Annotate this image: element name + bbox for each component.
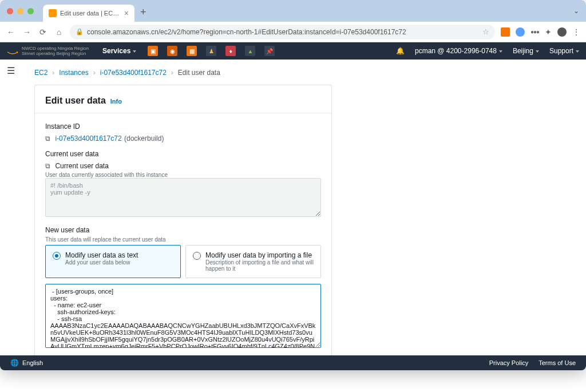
aws-nav: NWCD operating Ningxia Region Sinnet ope… (0, 42, 586, 60)
home-button[interactable]: ⌂ (54, 27, 64, 37)
extension-puzzle-icon[interactable]: ✦ (545, 27, 552, 37)
new-tab-button[interactable]: + (140, 6, 146, 18)
tab-title: Edit user data | EC2 Management (60, 10, 121, 17)
notifications-icon[interactable]: 🔔 (396, 47, 405, 55)
new-helper-text: This user data will replace the current … (45, 236, 321, 243)
breadcrumb-instance-id[interactable]: i-07e53d400f1617c72 (100, 69, 167, 77)
new-user-data-textarea[interactable] (45, 284, 321, 348)
chevron-right-icon: › (171, 69, 173, 77)
current-user-data-label: Current user data (45, 150, 321, 158)
account-menu[interactable]: pcman @ 4200-2996-0748 (415, 47, 502, 55)
pin-icon[interactable]: 📌 (264, 46, 275, 56)
service-shortcut-icon[interactable]: ♦ (225, 46, 236, 56)
chevron-right-icon: › (93, 69, 96, 77)
breadcrumb-ec2[interactable]: EC2 (34, 69, 47, 77)
browser-menu-icon[interactable]: ⋮ (572, 27, 580, 37)
service-shortcut-icon[interactable]: ▦ (187, 46, 197, 56)
back-button[interactable]: ← (6, 27, 16, 37)
radio-import-file[interactable]: Modify user data by importing a file Des… (185, 245, 321, 278)
radio-icon (193, 252, 201, 260)
window-titlebar: Edit user data | EC2 Management × + ⌄ (0, 0, 586, 22)
radio-icon (53, 252, 61, 260)
copy-icon[interactable]: ⧉ (45, 162, 50, 170)
region-text: NWCD operating Ningxia Region (22, 46, 89, 51)
radio-file-sub: Description of importing a file and what… (205, 259, 314, 272)
region-text: Sinnet operating Beijing Region (22, 51, 89, 56)
info-link[interactable]: Info (110, 98, 122, 105)
page-title: Edit user data (45, 96, 106, 106)
browser-tab[interactable]: Edit user data | EC2 Management × (43, 5, 134, 22)
breadcrumb-current: Edit user data (178, 69, 220, 77)
service-shortcut-icon[interactable]: ▲ (245, 46, 255, 56)
extension-icon[interactable] (501, 27, 510, 37)
forward-button[interactable]: → (22, 27, 32, 37)
url-bar[interactable]: 🔒 console.amazonaws.cn/ec2/v2/home?regio… (70, 25, 495, 39)
privacy-link[interactable]: Privacy Policy (489, 359, 528, 366)
bookmark-star-icon[interactable]: ☆ (482, 27, 489, 36)
url-text: console.amazonaws.cn/ec2/v2/home?region=… (87, 28, 479, 36)
services-menu[interactable]: Services (102, 47, 136, 55)
language-selector[interactable]: English (22, 359, 43, 366)
current-user-data-link[interactable]: Current user data (55, 162, 108, 170)
footer: 🌐 English Privacy Policy Terms of Use (0, 355, 586, 370)
new-user-data-label: New user data (45, 226, 321, 234)
edit-user-data-panel: Edit user data Info Instance ID ⧉ i-07e5… (34, 85, 332, 355)
profile-avatar-icon[interactable] (557, 27, 567, 37)
minimize-window-button[interactable] (17, 8, 23, 14)
current-helper-text: User data currently associated with this… (45, 172, 321, 178)
breadcrumb-instances[interactable]: Instances (59, 69, 88, 77)
radio-file-title: Modify user data by importing a file (205, 251, 314, 259)
copy-icon[interactable]: ⧉ (45, 134, 50, 142)
aws-logo[interactable]: NWCD operating Ningxia Region Sinnet ope… (7, 46, 89, 56)
service-shortcut-icon[interactable]: ◉ (167, 46, 177, 56)
close-window-button[interactable] (7, 8, 13, 14)
browser-toolbar: ← → ⟳ ⌂ 🔒 console.amazonaws.cn/ec2/v2/ho… (0, 22, 586, 42)
reload-button[interactable]: ⟳ (38, 27, 48, 37)
extension-icon[interactable]: ●●● (530, 29, 539, 35)
terms-link[interactable]: Terms of Use (539, 359, 576, 366)
service-shortcut-icon[interactable]: ▣ (148, 46, 158, 56)
region-menu[interactable]: Beijing (513, 47, 539, 55)
radio-modify-as-text[interactable]: Modify user data as text Add your user d… (45, 245, 181, 278)
service-shortcut-icon[interactable]: ♟ (206, 46, 216, 56)
maximize-window-button[interactable] (27, 8, 34, 14)
support-menu[interactable]: Support (549, 47, 579, 55)
sidebar-toggle-icon[interactable]: ☰ (7, 65, 15, 76)
aws-favicon (49, 9, 57, 17)
chevron-down-icon[interactable]: ⌄ (573, 7, 579, 15)
instance-id-label: Instance ID (45, 122, 321, 130)
globe-icon: 🌐 (10, 359, 19, 367)
instance-name: (dockerbuild) (124, 134, 164, 142)
chevron-right-icon: › (52, 69, 54, 77)
radio-text-title: Modify user data as text (65, 251, 138, 259)
radio-text-sub: Add your user data below (65, 259, 138, 266)
breadcrumb: EC2 › Instances › i-07e53d400f1617c72 › … (34, 69, 575, 77)
instance-id-link[interactable]: i-07e53d400f1617c72 (55, 134, 121, 142)
tab-close-icon[interactable]: × (124, 9, 129, 18)
lock-icon: 🔒 (76, 28, 84, 35)
current-user-data-textarea (45, 178, 321, 217)
extension-icon[interactable] (516, 27, 525, 37)
